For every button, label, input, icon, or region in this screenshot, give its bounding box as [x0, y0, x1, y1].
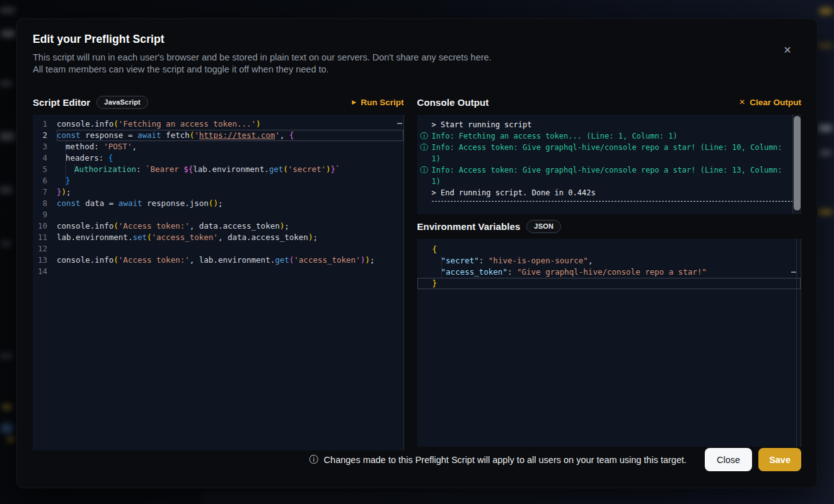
console-separator	[432, 201, 796, 202]
code-line: {	[417, 244, 801, 255]
line-number: 10	[33, 220, 57, 232]
run-script-button[interactable]: ▶ Run Script	[352, 98, 403, 107]
background-blur-blob	[1, 30, 15, 37]
code-line: 14	[33, 266, 403, 277]
code-line: 10console.info('Access token:', data.acc…	[33, 220, 403, 232]
line-number: 12	[33, 243, 57, 255]
modal-description-line1: This script will run in each user's brow…	[33, 52, 801, 64]
console-line: > Start running script	[417, 119, 801, 130]
background-blur-blob	[818, 43, 832, 49]
background-blur-blob	[1, 423, 13, 433]
code-line: "secret": "hive-is-open-source",	[417, 255, 801, 266]
background-blur-blob	[818, 125, 832, 132]
code-line: "access_token": "Give graphql-hive/conso…	[417, 266, 801, 278]
background-blur-blob	[820, 8, 832, 14]
environment-variables-heading: Environment Variables	[417, 221, 521, 232]
line-number: 6	[33, 175, 57, 186]
console-line: ⓘInfo: Access token: Give graphql-hive/c…	[417, 142, 801, 164]
line-number: 8	[33, 198, 57, 209]
code-line: 7});	[33, 186, 403, 198]
console-line: ⓘInfo: Fetching an access token... (Line…	[417, 130, 801, 142]
background-blur-blob	[8, 437, 14, 442]
background-blur-blob	[820, 150, 831, 156]
console-output[interactable]: > Start running scriptⓘInfo: Fetching an…	[417, 115, 801, 214]
code-line: 11lab.environment.set('access_token', da…	[33, 232, 403, 243]
line-number: 7	[33, 186, 57, 198]
console-output-heading: Console Output	[417, 97, 489, 108]
code-line: }	[417, 278, 801, 289]
background-blur-blob	[0, 132, 15, 140]
background-blur-blob	[818, 209, 832, 215]
background-blur-blob	[0, 81, 13, 86]
background-blur-blob	[3, 404, 11, 410]
close-icon[interactable]: ✕	[784, 45, 792, 55]
modal-title: Edit your Preflight Script	[33, 33, 801, 46]
line-number: 2	[33, 130, 57, 141]
info-circle-icon: ⓘ	[420, 164, 429, 176]
info-circle-icon: ⓘ	[420, 130, 429, 142]
environment-variables-editor[interactable]: {"secret": "hive-is-open-source","access…	[417, 239, 801, 447]
clear-output-label: Clear Output	[750, 98, 801, 107]
line-number: 9	[33, 209, 57, 220]
line-number: 13	[33, 255, 57, 266]
line-number: 11	[33, 232, 57, 243]
footer-note: Changes made to this Preflight Script wi…	[324, 455, 686, 465]
modal-description-line2: All team members can view the script and…	[33, 64, 801, 76]
info-icon: ⓘ	[310, 454, 318, 466]
info-circle-icon: ⓘ	[420, 142, 429, 153]
background-blur-blob	[0, 186, 13, 193]
modal-footer: ⓘ Changes made to this Preflight Script …	[33, 448, 801, 471]
code-line: 13console.info('Access token:', lab.envi…	[33, 255, 403, 266]
code-line: 9	[33, 209, 403, 220]
line-number: 14	[33, 266, 57, 277]
code-line: 2const response = await fetch('https://t…	[33, 130, 403, 141]
code-line: 8const data = await response.json();	[33, 198, 403, 209]
console-line: > End running script. Done in 0.442s	[417, 187, 801, 198]
clear-icon: ✕	[739, 98, 745, 106]
code-line: 5Authorization: `Bearer ${lab.environmen…	[33, 164, 403, 175]
language-badge: JavaScript	[96, 96, 148, 109]
output-panel: Console Output ✕ Clear Output > Start ru…	[417, 94, 801, 450]
background-blur-blob	[0, 353, 13, 359]
background-blur-blob	[0, 8, 15, 13]
save-button[interactable]: Save	[758, 448, 801, 471]
line-number: 4	[33, 152, 57, 164]
line-number: 1	[33, 118, 57, 130]
background-blur-blob	[202, 490, 681, 504]
code-line: 3method: 'POST',	[33, 141, 403, 152]
code-line: 4headers: {	[33, 152, 403, 164]
close-button[interactable]: Close	[705, 448, 752, 471]
line-number: 3	[33, 141, 57, 152]
line-number: 5	[33, 164, 57, 175]
run-script-label: Run Script	[361, 98, 403, 107]
script-editor-panel: Script Editor JavaScript ▶ Run Script 1c…	[33, 94, 404, 450]
play-icon: ▶	[352, 100, 356, 105]
preflight-script-modal: ✕ Edit your Preflight Script This script…	[17, 19, 817, 488]
format-badge: JSON	[526, 220, 561, 233]
script-editor-heading: Script Editor	[33, 97, 90, 108]
background-blur-blob	[1, 241, 11, 246]
code-line: 1console.info('Fetching an access token.…	[33, 118, 403, 130]
script-editor[interactable]: 1console.info('Fetching an access token.…	[33, 115, 404, 450]
code-line: 12	[33, 243, 403, 255]
code-line: 6}	[33, 175, 403, 186]
console-line: ⓘInfo: Access token: Give graphql-hive/c…	[417, 164, 801, 187]
clear-output-button[interactable]: ✕ Clear Output	[739, 98, 801, 107]
